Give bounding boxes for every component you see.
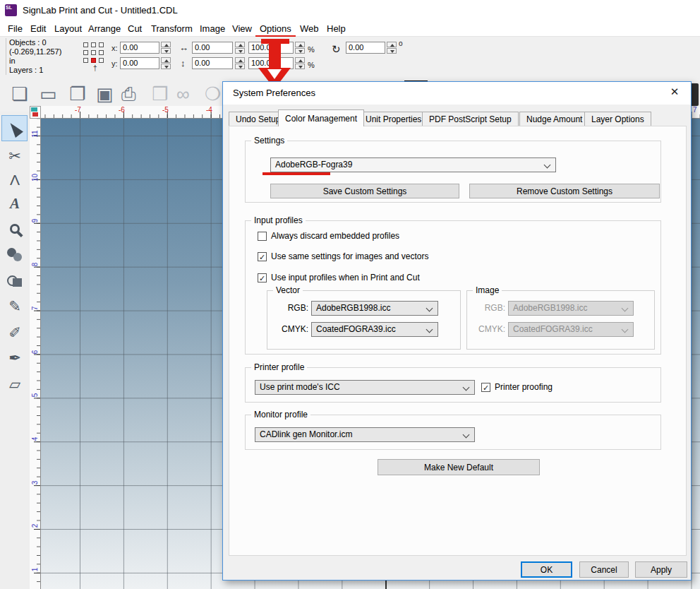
width-stepper[interactable] xyxy=(235,42,245,54)
checkbox-use-input-profiles[interactable]: ✓ Use input profiles when in Print and C… xyxy=(258,273,420,282)
checkbox-discard-embedded-profiles[interactable]: Always discard embedded profiles xyxy=(258,231,399,241)
window-title: SignLab Print and Cut - Untitled1.CDL xyxy=(23,5,178,16)
settings-group-label: Settings xyxy=(251,136,287,145)
vruler-label: 3 xyxy=(31,477,39,489)
height-input[interactable]: 0.00 xyxy=(192,57,233,69)
checkbox-box[interactable]: ✓ xyxy=(258,273,267,282)
menu-help[interactable]: Help xyxy=(325,22,348,35)
menu-transform[interactable]: Transform xyxy=(149,22,195,35)
annotation-arrow-shaft xyxy=(269,39,281,71)
y-label: y: xyxy=(111,59,118,68)
scissors-tool[interactable]: ✂ xyxy=(0,144,30,168)
text-tool[interactable]: A xyxy=(0,191,30,215)
image-cmyk-label: CMYK: xyxy=(470,324,505,334)
scale-y-stepper[interactable] xyxy=(295,57,305,69)
make-new-default-button[interactable]: Make New Default xyxy=(378,459,540,475)
checkbox-printer-proofing[interactable]: ✓ Printer proofing xyxy=(481,382,553,392)
anchor-selected[interactable] xyxy=(91,58,96,63)
x-label: x: xyxy=(111,44,118,52)
menu-view[interactable]: View xyxy=(230,22,254,35)
eraser-icon: ▱ xyxy=(9,376,20,393)
vector-rgb-label: RGB: xyxy=(273,303,308,313)
menu-bar: File Edit Layout Arrange Cut Transform I… xyxy=(0,20,700,37)
x-position-stepper[interactable] xyxy=(161,42,171,54)
hruler-label: -6 xyxy=(119,106,125,114)
link-chain-icon[interactable]: ∞ xyxy=(176,83,190,105)
settings-profile-select[interactable]: AdobeRGB-Fogra39 xyxy=(270,157,556,172)
checkbox-same-settings[interactable]: ✓ Use same settings for images and vecto… xyxy=(258,251,428,261)
system-preferences-dialog: System Preferences ✕ Undo Setup Color Ma… xyxy=(222,81,692,581)
y-position-stepper[interactable] xyxy=(161,57,171,69)
save-custom-settings-button[interactable]: Save Custom Settings xyxy=(270,184,459,198)
vruler-label: 2 xyxy=(31,520,39,532)
text-tool-icon: A xyxy=(10,195,20,213)
application-window: SL SignLab Print and Cut - Untitled1.CDL… xyxy=(0,0,700,589)
pen-nib-tool[interactable]: ✒ xyxy=(0,346,30,370)
import-icon[interactable]: ⎙ xyxy=(121,83,136,105)
menu-cut[interactable]: Cut xyxy=(126,22,144,35)
vruler-label: 8 xyxy=(31,259,39,270)
open-file-icon[interactable]: ❐ xyxy=(69,83,85,105)
tab-unit-properties[interactable]: Unit Properties xyxy=(358,112,428,126)
zoom-tool[interactable] xyxy=(0,217,30,241)
cancel-button[interactable]: Cancel xyxy=(579,561,629,578)
page-origin-mark xyxy=(385,581,387,589)
vruler-label: 10 xyxy=(31,172,39,184)
shapes-tool[interactable] xyxy=(0,243,30,267)
tab-layer-options[interactable]: Layer Options xyxy=(584,112,651,126)
menu-image[interactable]: Image xyxy=(198,22,227,35)
checkbox-box[interactable]: ✓ xyxy=(258,252,267,261)
compass-tool[interactable]: Λ xyxy=(0,168,30,192)
apply-button[interactable]: Apply xyxy=(635,561,687,578)
checkbox-label: Always discard embedded profiles xyxy=(271,231,399,241)
menu-file[interactable]: File xyxy=(6,22,25,35)
new-document-icon[interactable]: ❏ xyxy=(11,83,28,105)
ruler-origin-button[interactable] xyxy=(30,106,41,119)
remove-custom-settings-button[interactable]: Remove Custom Settings xyxy=(469,184,660,198)
rotation-stepper[interactable] xyxy=(387,42,397,54)
height-stepper[interactable] xyxy=(235,57,245,69)
tab-nudge-amount[interactable]: Nudge Amount xyxy=(519,112,589,126)
rotate-icon: ↻ xyxy=(332,43,341,56)
menu-arrange[interactable]: Arrange xyxy=(86,22,123,35)
select-tool[interactable] xyxy=(0,117,30,141)
rotation-input[interactable]: 0.00 xyxy=(346,42,385,54)
pencil-tool[interactable]: ✎ xyxy=(0,294,30,319)
width-input[interactable]: 0.00 xyxy=(192,42,233,54)
menu-options[interactable]: Options xyxy=(258,22,294,35)
checkbox-box[interactable]: ✓ xyxy=(481,383,490,392)
menu-edit[interactable]: Edit xyxy=(28,22,48,35)
vruler-label: 4 xyxy=(31,434,39,445)
pencil-icon: ✎ xyxy=(8,298,21,315)
menu-layout[interactable]: Layout xyxy=(52,22,84,35)
page-setup-icon[interactable]: ▭ xyxy=(40,83,57,105)
vector-group-label: Vector xyxy=(273,285,303,295)
save-file-icon[interactable]: ▣ xyxy=(96,83,114,105)
close-icon[interactable]: ✕ xyxy=(667,85,682,98)
y-position-input[interactable]: 0.00 xyxy=(120,57,159,69)
checkbox-box[interactable] xyxy=(258,232,267,241)
transform-shapes-tool[interactable] xyxy=(0,269,30,293)
tab-pdf-postscript[interactable]: PDF PostScript Setup xyxy=(422,112,519,126)
printer-profile-select[interactable]: Use print mode's ICC xyxy=(255,380,475,395)
menu-web[interactable]: Web xyxy=(298,22,321,35)
anchor-point-grid[interactable]: † xyxy=(83,42,104,72)
input-profiles-group: Input profiles Always discard embedded p… xyxy=(245,220,661,355)
vector-cmyk-select[interactable]: CoatedFOGRA39.icc xyxy=(311,322,438,337)
export-icon[interactable]: ❒ xyxy=(152,83,168,105)
undo-icon[interactable]: ❍ xyxy=(205,83,221,105)
vector-rgb-select[interactable]: AdobeRGB1998.icc xyxy=(311,301,438,316)
magnifier-icon xyxy=(10,224,20,234)
tool-palette: ✂ Λ A ✎ ✐ ✒ ▱ xyxy=(0,112,30,589)
scale-x-stepper[interactable] xyxy=(295,42,305,54)
dialog-title-bar[interactable]: System Preferences ✕ xyxy=(223,82,691,105)
x-position-input[interactable]: 0.00 xyxy=(120,42,159,54)
vertical-ruler[interactable]: 11 10 9 8 7 6 5 4 3 2 1 xyxy=(30,119,41,589)
monitor-profile-select[interactable]: CADlink gen Monitor.icm xyxy=(255,427,475,442)
vector-profiles-group: Vector RGB: AdobeRGB1998.icc CMYK: Coate… xyxy=(267,290,461,350)
eraser-tool[interactable]: ▱ xyxy=(0,372,30,396)
ok-button[interactable]: OK xyxy=(521,561,572,578)
tab-color-management[interactable]: Color Management xyxy=(278,109,364,126)
fill-tool[interactable]: ✐ xyxy=(0,321,30,345)
annotation-arrow-head-inner xyxy=(267,69,282,79)
